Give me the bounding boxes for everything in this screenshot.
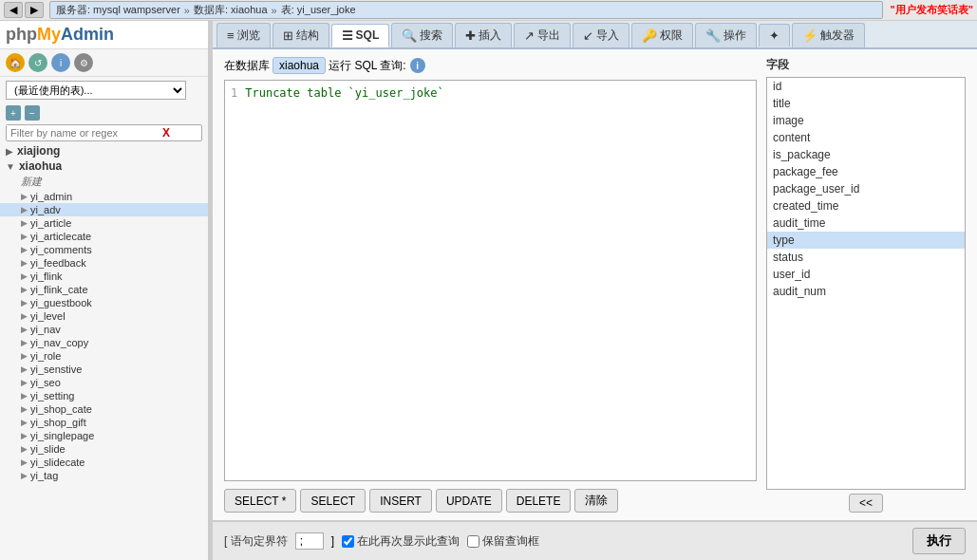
delimiter-label: [ 语句定界符: [224, 533, 288, 550]
back-button[interactable]: ◀: [4, 2, 23, 18]
config-icon[interactable]: ⚙: [74, 53, 93, 72]
filter-input[interactable]: [7, 125, 159, 140]
expand-icon: ▶: [6, 146, 13, 157]
search-icon: 🔍: [402, 28, 417, 43]
logo-admin: Admin: [61, 25, 114, 44]
breadcrumb-database: 数据库: xiaohua: [194, 3, 268, 17]
recent-table-select[interactable]: (最近使用的表)...: [6, 81, 186, 100]
sidebar: phpMyAdmin 🏠 ↺ i ⚙ (最近使用的表)... + − X: [0, 21, 209, 560]
sql-db-badge: xiaohua: [272, 57, 326, 74]
table-item-yi_tag[interactable]: ▶yi_tag: [0, 469, 208, 482]
table-item-new[interactable]: 新建: [0, 174, 208, 190]
field-item-title[interactable]: title: [767, 95, 965, 112]
table-item-yi_slidecate[interactable]: ▶yi_slidecate: [0, 456, 208, 469]
tab-operations-label: 操作: [723, 28, 746, 44]
delete-button[interactable]: DELETE: [506, 489, 572, 513]
table-item-yi_singlepage[interactable]: ▶yi_singlepage: [0, 429, 208, 442]
triggers-icon: ⚡: [802, 28, 817, 43]
db-item-xiajiong[interactable]: ▶ xiajiong: [0, 143, 208, 159]
import-icon: ↙: [583, 28, 593, 43]
table-item-yi_feedback[interactable]: ▶yi_feedback: [0, 256, 208, 270]
insert-icon: ✚: [465, 28, 476, 43]
table-item-yi_role[interactable]: ▶yi_role: [0, 349, 208, 363]
table-item-yi_seo[interactable]: ▶yi_seo: [0, 376, 208, 389]
table-item-yi_senstive[interactable]: ▶yi_senstive: [0, 363, 208, 376]
insert-button[interactable]: INSERT: [369, 489, 432, 513]
table-item-yi_nav[interactable]: ▶yi_nav: [0, 323, 208, 336]
sql-icon: ☰: [342, 28, 353, 43]
field-item-package_user_id[interactable]: package_user_id: [767, 180, 965, 197]
sql-editor[interactable]: 1Truncate table `yi_user_joke`: [224, 80, 757, 481]
field-item-audit_time[interactable]: audit_time: [767, 215, 965, 232]
tab-more[interactable]: ✦: [759, 24, 790, 47]
tab-insert[interactable]: ✚ 插入: [455, 23, 512, 47]
filter-input-wrapper: X: [6, 124, 202, 141]
tab-triggers[interactable]: ⚡ 触发器: [792, 23, 865, 47]
tab-sql[interactable]: ☰ SQL: [331, 24, 390, 47]
clear-button[interactable]: 清除: [574, 489, 618, 513]
tab-search[interactable]: 🔍 搜索: [391, 23, 453, 47]
sql-panel: 在数据库 xiaohua 运行 SQL 查询: i 1Truncate tabl…: [213, 49, 977, 521]
tab-structure[interactable]: ⊞ 结构: [272, 23, 329, 47]
update-button[interactable]: UPDATE: [436, 489, 502, 513]
table-item-yi_guestbook[interactable]: ▶yi_guestbook: [0, 296, 208, 309]
table-item-yi_level[interactable]: ▶yi_level: [0, 309, 208, 323]
db-item-xiaohua[interactable]: ▼ xiaohua: [0, 159, 208, 174]
table-item-yi_admin[interactable]: ▶yi_admin: [0, 190, 208, 203]
table-item-yi_flink_cate[interactable]: ▶yi_flink_cate: [0, 283, 208, 296]
sql-info-icon[interactable]: i: [410, 58, 425, 73]
table-item-yi_shop_cate[interactable]: ▶yi_shop_cate: [0, 402, 208, 416]
table-item-yi_articlecate[interactable]: ▶yi_articlecate: [0, 230, 208, 243]
fields-nav: <<: [766, 494, 966, 513]
field-item-image[interactable]: image: [767, 112, 965, 129]
table-item-yi_comments[interactable]: ▶yi_comments: [0, 243, 208, 256]
delimiter-input[interactable]: [295, 532, 324, 550]
line-number: 1: [231, 86, 237, 100]
field-item-user_id[interactable]: user_id: [767, 266, 965, 283]
sql-buttons: SELECT * SELECT INSERT UPDATE DELETE 清除: [224, 489, 757, 513]
field-item-content[interactable]: content: [767, 129, 965, 146]
tab-browse-label: 浏览: [237, 28, 260, 44]
home-icon[interactable]: 🏠: [6, 53, 25, 72]
field-item-id[interactable]: id: [767, 78, 965, 95]
fields-nav-button[interactable]: <<: [849, 494, 883, 513]
select-button[interactable]: SELECT: [300, 489, 366, 513]
field-item-is_package[interactable]: is_package: [767, 146, 965, 163]
table-item-yi_setting[interactable]: ▶yi_setting: [0, 389, 208, 402]
tab-operations[interactable]: 🔧 操作: [695, 23, 757, 47]
forward-button[interactable]: ▶: [25, 2, 44, 18]
collapse-all-button[interactable]: −: [25, 105, 40, 121]
table-item-yi_flink[interactable]: ▶yi_flink: [0, 270, 208, 283]
filter-clear-button[interactable]: X: [159, 126, 174, 140]
select-star-button[interactable]: SELECT *: [224, 489, 296, 513]
table-item-yi_adv[interactable]: ▶yi_adv: [0, 203, 208, 216]
field-item-package_fee[interactable]: package_fee: [767, 163, 965, 180]
field-item-status[interactable]: status: [767, 249, 965, 266]
sidebar-actions: + −: [0, 103, 208, 122]
table-item-yi_slide[interactable]: ▶yi_slide: [0, 442, 208, 456]
table-item-yi_nav_copy[interactable]: ▶yi_nav_copy: [0, 336, 208, 349]
execute-button[interactable]: 执行: [912, 528, 966, 554]
expand-all-button[interactable]: +: [6, 105, 21, 121]
show-query-checkbox[interactable]: [342, 535, 354, 548]
reload-icon[interactable]: ↺: [28, 53, 47, 72]
operations-icon: 🔧: [705, 28, 721, 43]
tab-export[interactable]: ↗ 导出: [514, 23, 571, 47]
table-item-yi_shop_gift[interactable]: ▶yi_shop_gift: [0, 416, 208, 429]
tab-export-label: 导出: [537, 28, 560, 44]
logo-my: My: [37, 25, 61, 44]
field-item-created_time[interactable]: created_time: [767, 197, 965, 215]
tab-browse[interactable]: ≡ 浏览: [216, 23, 271, 47]
field-item-type[interactable]: type: [767, 232, 965, 249]
breadcrumb-sep2: »: [272, 5, 277, 16]
bottom-bar: [ 语句定界符 ] 在此再次显示此查询 保留查询框 执行: [213, 521, 977, 560]
sql-content: Truncate table `yi_user_joke`: [245, 86, 444, 100]
topbar: ◀ ▶ 服务器: mysql wampserver » 数据库: xiaohua…: [0, 0, 977, 21]
field-item-audit_num[interactable]: audit_num: [767, 283, 965, 300]
tab-import[interactable]: ↙ 导入: [573, 23, 629, 47]
tab-privileges[interactable]: 🔑 权限: [631, 23, 693, 47]
retain-query-checkbox[interactable]: [467, 535, 479, 548]
sql-left: 在数据库 xiaohua 运行 SQL 查询: i 1Truncate tabl…: [224, 57, 757, 513]
info-icon[interactable]: i: [51, 53, 70, 72]
table-item-yi_article[interactable]: ▶yi_article: [0, 216, 208, 230]
